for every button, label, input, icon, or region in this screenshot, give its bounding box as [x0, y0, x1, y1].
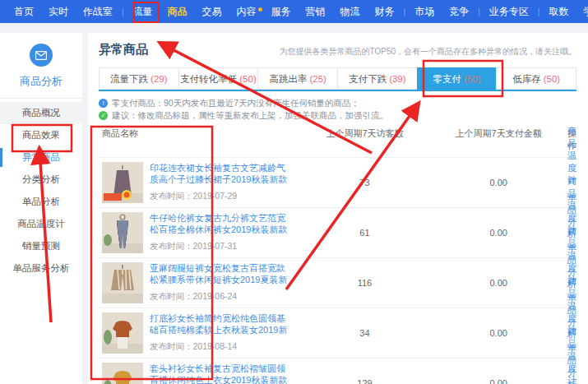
nav-item-logistics[interactable]: 物流	[333, 5, 368, 19]
header-visitors: 上个周期7天访客数	[300, 127, 430, 152]
payment-amount: 0.00	[429, 328, 567, 338]
sidebar-item-abnormal-products[interactable]: 异常商品	[0, 146, 82, 169]
nav-item-content[interactable]: 内容	[229, 5, 264, 19]
product-image[interactable]	[102, 212, 143, 253]
nav-divider: |	[402, 7, 408, 16]
visitor-count: 116	[300, 278, 430, 288]
payment-amount: 0.00	[429, 378, 567, 384]
nav-item-market[interactable]: 市场	[407, 5, 442, 19]
action-product-thermometer[interactable]: 商品温度计	[567, 326, 576, 384]
tab-traffic-drop[interactable]: 流量下跌(29)	[99, 67, 178, 90]
tab-low-conversion[interactable]: 支付转化率低(50)	[178, 67, 258, 90]
check-icon: ✓	[99, 111, 108, 120]
product-name-link[interactable]: 打底衫女长袖简约宽松纯色圆领基础百搭纯棉柔软上衣秋装女2019新款	[150, 312, 288, 335]
visitor-count: 61	[300, 228, 430, 238]
product-image[interactable]	[102, 312, 143, 354]
visitor-count: 73	[300, 178, 430, 187]
nav-divider: |	[476, 7, 482, 16]
nav-item-product[interactable]: 商品	[160, 5, 195, 19]
nav-divider: |	[536, 7, 542, 16]
sidebar-item-product-effect[interactable]: 商品效果	[0, 124, 82, 146]
payment-amount: 0.00	[429, 228, 567, 238]
nav-divider: |	[120, 7, 126, 16]
publish-date: 发布时间：2019-08-14	[150, 341, 288, 353]
nav-item-traffic[interactable]: 流量	[126, 5, 160, 19]
table-row: 印花连衣裙女长袖复古文艺减龄气质高个子过膝长裙子2019秋装新款 发布时间：20…	[99, 157, 576, 207]
table-row: 亚麻阔腿短裤女宽松复古百搭宽款松紧腰系带休闲短裤女2019夏装新 发布时间：20…	[99, 257, 576, 308]
sidebar-item-single-item-analysis[interactable]: 单品分析	[0, 191, 82, 213]
sidebar-header: 商品分析	[0, 33, 82, 99]
top-nav: 首页 实时 作战室 | 流量 商品 交易 内容 服务 营销 物流 财务 | 市场…	[0, 0, 588, 23]
sidebar-item-sales-forecast[interactable]: 销量预测	[0, 235, 82, 257]
product-name-link[interactable]: 亚麻阔腿短裤女宽松复古百搭宽款松紧腰系带休闲短裤女2019夏装新	[150, 262, 288, 285]
header-product-name: 商品名称	[99, 127, 300, 152]
publish-date: 发布时间：2019-06-24	[150, 291, 288, 303]
nav-item-home[interactable]: 首页	[7, 5, 41, 19]
tip-text: 建议：修改商品标题，属性等重新发布上架，加强关联商品，加强引流。	[112, 109, 388, 122]
active-indicator-bar	[0, 148, 2, 167]
visitor-count: 34	[300, 328, 430, 338]
sidebar-item-product-overview[interactable]: 商品概况	[0, 102, 82, 124]
sidebar-title: 商品分析	[0, 74, 82, 89]
main-panel: 异常商品 为您提供各类异常商品的TOP50，会有一个商品存在多种异常的情况，请关…	[88, 33, 588, 384]
nav-item-data-fetch[interactable]: 取数	[541, 5, 576, 19]
nav-item-academy[interactable]: 学院	[576, 5, 588, 19]
product-image[interactable]	[102, 162, 143, 203]
tab-bar: 流量下跌(29) 支付转化率低(50) 高跳出率(25) 支付下跌(39) 零支…	[99, 67, 576, 91]
payment-amount: 0.00	[429, 278, 567, 288]
nav-item-service[interactable]: 服务	[264, 5, 299, 19]
sidebar-menu: 商品概况 商品效果 异常商品 分类分析 单品分析 商品温度计 销量预测 单品服务…	[0, 102, 82, 280]
tips-block: ! 零支付商品：90天内发布且最近7天内没有产生任何销量的商品； ✓ 建议：修改…	[99, 97, 576, 122]
nav-item-realtime[interactable]: 实时	[41, 5, 76, 19]
nav-item-marketing[interactable]: 营销	[299, 5, 333, 19]
product-image[interactable]	[102, 363, 143, 384]
tab-payment-drop[interactable]: 支付下跌(39)	[337, 67, 417, 90]
nav-item-competition[interactable]: 竞争	[442, 5, 476, 19]
publish-date: 发布时间：2019-07-29	[150, 191, 288, 202]
sidebar: 商品分析 商品概况 商品效果 异常商品 分类分析 单品分析 商品温度计 销量预测…	[0, 33, 82, 384]
content-badge-dot	[258, 7, 262, 12]
page-description: 为您提供各类异常商品的TOP50，会有一个商品存在多种异常的情况，请关注哦。	[280, 46, 577, 58]
table-header: 商品名称 上个周期7天访客数 上个周期7天支付金额 操作	[99, 123, 576, 157]
tab-high-bounce[interactable]: 高跳出率(25)	[257, 67, 337, 90]
info-icon: !	[99, 99, 108, 108]
product-image[interactable]	[102, 262, 143, 303]
sidebar-item-category-analysis[interactable]: 分类分析	[0, 169, 82, 191]
nav-item-business-zone[interactable]: 业务专区	[482, 5, 536, 19]
sidebar-item-product-thermometer[interactable]: 商品温度计	[0, 213, 82, 235]
page-title: 异常商品	[99, 42, 148, 58]
nav-item-trade[interactable]: 交易	[195, 5, 229, 19]
product-name-link[interactable]: 套头衬衫女长袖复古宽松褶皱圆领百搭休闲纯色上衣女2019秋装新款	[150, 363, 288, 384]
product-name-link[interactable]: 牛仔哈伦裤女复古九分裤文艺范宽松百搭全棉休闲裤女2019秋装新款	[150, 212, 288, 235]
tip-text: 零支付商品：90天内发布且最近7天内没有产生任何销量的商品；	[112, 97, 359, 109]
header-payment: 上个周期7天支付金额	[429, 127, 567, 152]
tab-zero-payment[interactable]: 零支付(50)	[417, 67, 497, 90]
publish-date: 发布时间：2019-07-31	[150, 241, 288, 252]
abnormal-products-table: 商品名称 上个周期7天访客数 上个周期7天支付金额 操作 印花连衣裙女	[99, 123, 576, 384]
table-row: 打底衫女长袖简约宽松纯色圆领基础百搭纯棉柔软上衣秋装女2019新款 发布时间：2…	[99, 308, 576, 358]
nav-item-war-room[interactable]: 作战室	[76, 5, 120, 19]
tab-low-stock[interactable]: 低库存(50)	[496, 67, 576, 90]
visitor-count: 129	[300, 378, 430, 384]
sidebar-item-item-service-analysis[interactable]: 单品服务分析	[0, 257, 82, 280]
nav-item-finance[interactable]: 财务	[368, 5, 402, 19]
app-window: 首页 实时 作战室 | 流量 商品 交易 内容 服务 营销 物流 财务 | 市场…	[0, 0, 588, 384]
table-row: 牛仔哈伦裤女复古九分裤文艺范宽松百搭全棉休闲裤女2019秋装新款 发布时间：20…	[99, 207, 576, 257]
envelope-icon	[30, 44, 53, 67]
payment-amount: 0.00	[429, 178, 567, 187]
product-name-link[interactable]: 印花连衣裙女长袖复古文艺减龄气质高个子过膝长裙子2019秋装新款	[150, 162, 288, 185]
table-row: 套头衬衫女长袖复古宽松褶皱圆领百搭休闲纯色上衣女2019秋装新款 发布时间：20…	[99, 358, 576, 384]
